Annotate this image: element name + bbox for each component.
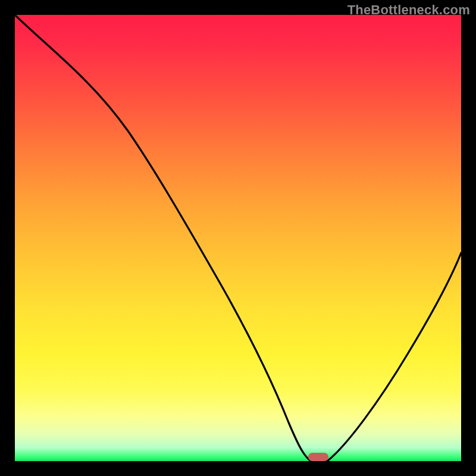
bottleneck-curve <box>15 15 461 461</box>
optimal-marker <box>308 453 328 461</box>
plot-area <box>15 15 461 461</box>
outer-frame: TheBottleneck.com <box>0 0 476 476</box>
curve-svg <box>15 15 461 461</box>
